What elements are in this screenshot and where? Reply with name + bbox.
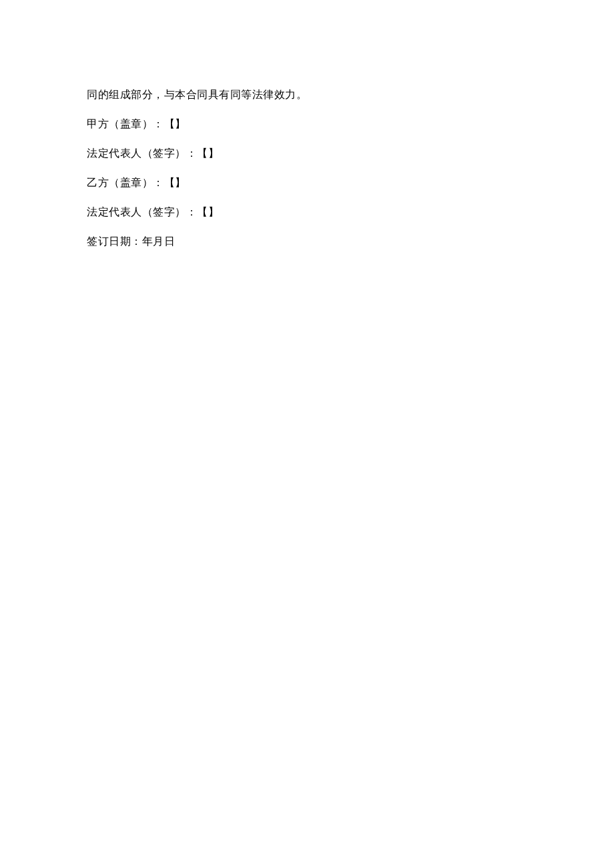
party-b-representative-signature: 法定代表人（签字）：【】 xyxy=(87,204,527,220)
signing-date: 签订日期：年月日 xyxy=(87,234,527,250)
party-b-seal: 乙方（盖章）：【】 xyxy=(87,175,527,191)
party-a-representative-signature: 法定代表人（签字）：【】 xyxy=(87,145,527,161)
contract-clause-continuation: 同的组成部分，与本合同具有同等法律效力。 xyxy=(87,87,527,103)
party-a-seal: 甲方（盖章）：【】 xyxy=(87,116,527,132)
